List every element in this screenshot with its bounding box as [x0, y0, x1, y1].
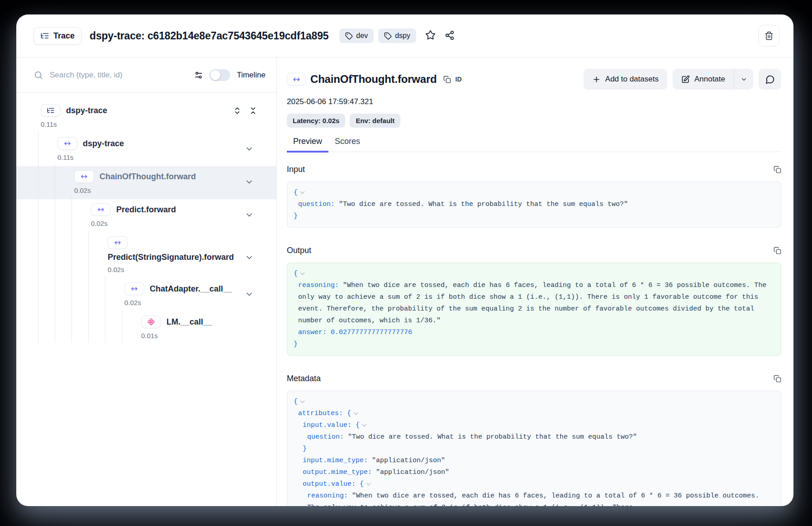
json-str: "When two dice are tossed, each die has …: [307, 492, 763, 506]
collapse-node-icon[interactable]: [245, 290, 254, 301]
expand-all-icon[interactable]: [233, 106, 242, 115]
annotate-pen-icon: [681, 75, 690, 84]
comments-button[interactable]: [759, 69, 781, 90]
json-brace: }: [303, 445, 307, 453]
observation-type-badge: [41, 104, 61, 117]
annotate-label: Annotate: [694, 75, 725, 84]
tag-pill[interactable]: dspy: [378, 29, 416, 43]
copy-section-button[interactable]: [774, 166, 781, 173]
observation-type-badge: [91, 203, 111, 216]
delete-trace-button[interactable]: [758, 25, 780, 47]
star-icon: [425, 30, 436, 40]
json-key: reasoning:: [298, 282, 339, 289]
tag-icon: [384, 32, 392, 40]
section-header: Metadata: [287, 374, 781, 383]
json-brace: }: [294, 340, 298, 348]
tree-row[interactable]: dspy-trace0.11s: [16, 133, 276, 166]
timeline-toggle[interactable]: [209, 69, 230, 81]
copy-section-button[interactable]: [774, 375, 781, 383]
plus-icon: [592, 75, 601, 84]
annotate-dropdown-button[interactable]: [734, 69, 753, 90]
trace-tree: dspy-trace0.11sdspy-trace0.11sChainOfTho…: [16, 93, 276, 506]
collapse-json-icon[interactable]: [362, 422, 367, 427]
add-to-datasets-button[interactable]: Add to datasets: [584, 69, 667, 90]
tree-item-label: ChainOfThought.forward: [100, 172, 196, 182]
id-label: ID: [456, 76, 462, 83]
json-line: {: [294, 396, 774, 408]
annotate-button-group: Annotate: [673, 69, 753, 90]
json-line: input.mime_type: "application/json": [294, 455, 774, 467]
collapse-json-icon[interactable]: [366, 481, 371, 486]
observation-type-badge: [124, 282, 144, 295]
tree-row[interactable]: ChainOfThought.forward0.02s: [16, 166, 276, 199]
tree-row[interactable]: dspy-trace0.11s: [16, 100, 276, 133]
tag-icon: [345, 32, 353, 40]
collapse-node-icon[interactable]: [245, 144, 254, 155]
json-brace: }: [294, 212, 298, 220]
observation-type-badge: [57, 137, 77, 150]
comment-bubble-icon: [765, 75, 775, 84]
share-button[interactable]: [445, 30, 455, 42]
json-key: attributes:: [298, 410, 343, 417]
trace-sidebar: Timeline dspy-trace0.11sdspy-trace0.11sC…: [16, 57, 277, 506]
star-button[interactable]: [425, 30, 436, 42]
json-line: answer: 0.027777777777777776: [294, 327, 774, 339]
tree-item-label: Predict.forward: [116, 205, 176, 215]
copy-id-button[interactable]: [443, 76, 451, 83]
search-icon: [33, 70, 43, 80]
collapse-node-icon[interactable]: [245, 210, 254, 221]
section-header: Output: [287, 246, 781, 255]
tree-controls: [233, 106, 257, 115]
collapse-json-icon[interactable]: [300, 190, 305, 194]
observation-type-badge: [74, 170, 94, 183]
json-viewer: {reasoning: "When two dice are tossed, e…: [287, 263, 781, 356]
span-icon: [63, 139, 71, 148]
collapse-all-icon[interactable]: [249, 106, 257, 115]
indent-guide: [105, 277, 105, 343]
json-line: output.mime_type: "application/json": [294, 467, 774, 478]
tab-scores[interactable]: Scores: [328, 137, 366, 152]
tab-preview[interactable]: Preview: [287, 137, 328, 152]
json-brace: {: [294, 270, 298, 277]
tree-row[interactable]: Predict.forward0.02s: [16, 199, 276, 232]
annotate-button[interactable]: Annotate: [673, 69, 734, 90]
tree-row[interactable]: LM.__call__0.01s: [16, 311, 276, 344]
duration-label: 0.01s: [141, 332, 276, 340]
section-title: Metadata: [287, 374, 321, 383]
share-icon: [445, 30, 455, 40]
span-title: ChainOfThought.forward: [310, 73, 437, 86]
copy-section-button[interactable]: [774, 247, 781, 254]
collapse-node-icon[interactable]: [245, 253, 254, 262]
span-actions: Add to datasets Annotate: [584, 69, 781, 90]
span-icon: [97, 206, 105, 214]
json-viewer: {question: "Two dice are tossed. What is…: [287, 182, 781, 228]
collapse-json-icon[interactable]: [300, 399, 305, 403]
span-icon: [80, 172, 88, 181]
json-key: input.value:: [303, 421, 351, 429]
collapse-node-icon[interactable]: [245, 177, 254, 188]
observation-type-badge: [141, 316, 161, 328]
span-badges: Latency: 0.02sEnv: default: [287, 114, 781, 128]
json-key: reasoning:: [307, 492, 348, 500]
window-body: Timeline dspy-trace0.11sdspy-trace0.11sC…: [16, 57, 793, 506]
span-icon: [130, 285, 138, 293]
span-title-row: ChainOfThought.forward ID Add to dataset…: [287, 68, 781, 90]
trace-window: Trace dspy-trace: c6182b14e8e7ac7543645e…: [16, 14, 793, 506]
tree-item-label: ChatAdapter.__call__: [150, 284, 232, 294]
json-line: reasoning: "When two dice are tossed, ea…: [294, 280, 774, 327]
search-input[interactable]: [50, 71, 188, 80]
json-viewer: {attributes: {input.value: {question: "T…: [287, 391, 781, 506]
preview-sections: Input{question: "Two dice are tossed. Wh…: [287, 152, 781, 506]
tree-item-label: dspy-trace: [66, 106, 107, 115]
filter-sliders-icon[interactable]: [194, 71, 203, 80]
collapse-json-icon[interactable]: [300, 271, 305, 275]
json-brace: {: [294, 398, 298, 406]
collapse-json-icon[interactable]: [354, 411, 358, 415]
indent-guide: [122, 310, 122, 343]
tree-row[interactable]: ChatAdapter.__call__0.02s: [16, 278, 276, 311]
json-key: output.value:: [303, 480, 356, 488]
timeline-toggle-label: Timeline: [237, 71, 266, 80]
tag-pill[interactable]: dev: [339, 29, 374, 43]
tree-row[interactable]: Predict(StringSignature).forward0.02s: [16, 232, 276, 278]
detail-tabs: PreviewScores: [287, 137, 781, 152]
